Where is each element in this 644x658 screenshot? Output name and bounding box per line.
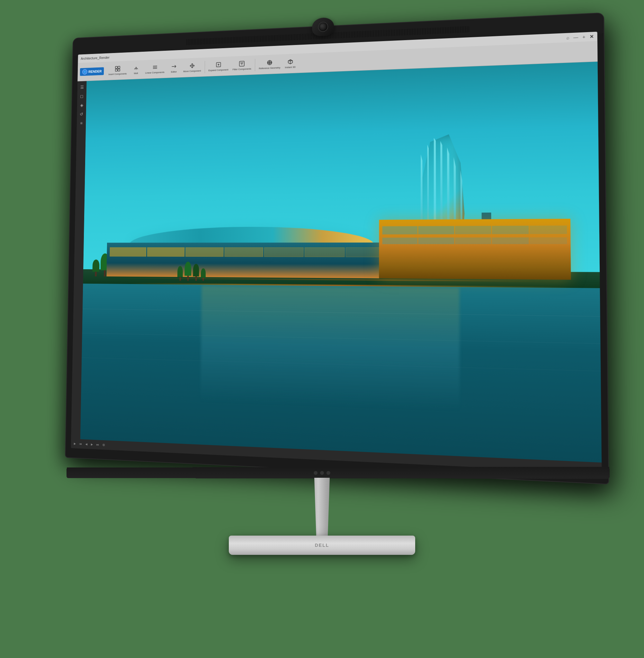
reference-geometry-icon — [266, 59, 273, 66]
move-component-icon — [189, 62, 196, 69]
insert-components-icon — [114, 65, 121, 72]
sidebar-item-materials[interactable]: ◈ — [78, 101, 85, 109]
status-skip-back[interactable]: ⏮ — [79, 442, 82, 446]
monitor-bottom-bezel — [67, 467, 610, 479]
insert-components-label: Insert Components — [109, 72, 127, 76]
move-component-label: Move Component — [183, 69, 201, 73]
title-bar-left: Architecture_Render — [80, 55, 109, 61]
toolbar-insert-components[interactable]: Insert Components — [107, 62, 129, 78]
toolbar-divider-1 — [204, 61, 205, 73]
horiz-window-row-2 — [383, 237, 567, 244]
monitor-btn-3[interactable] — [326, 471, 330, 474]
melt-label: Melt — [134, 72, 138, 75]
horiz-window-row-1 — [383, 226, 567, 235]
status-play[interactable]: ▶ — [74, 442, 76, 445]
status-next[interactable]: ▶ — [91, 443, 93, 446]
render-logo-text: RENDER — [88, 69, 101, 74]
search-button[interactable]: ⌕ — [566, 36, 569, 40]
close-button[interactable]: ✕ — [590, 34, 594, 39]
monitor-stand-base — [229, 536, 415, 555]
toolbar-instant-3d[interactable]: Instant 3D — [283, 55, 298, 72]
svg-rect-1 — [118, 66, 120, 68]
monitor-panel: Architecture_Render ⌕ — + ✕ RENDER — [66, 13, 608, 484]
svg-line-7 — [153, 68, 157, 69]
render-logo[interactable]: RENDER — [80, 67, 104, 76]
expand-component-icon — [215, 61, 222, 68]
editor-label: Editor — [171, 70, 177, 73]
svg-rect-2 — [115, 69, 117, 71]
toolbar-expand-component[interactable]: Expand Component — [207, 58, 230, 75]
monitor-btn-1[interactable] — [314, 471, 318, 475]
toolbar-linear-components[interactable]: Linear Components — [143, 61, 166, 77]
linear-components-icon — [152, 64, 158, 71]
title-bar-controls: ⌕ — + ✕ — [566, 34, 594, 40]
scene-water — [80, 276, 602, 463]
status-indicator — [102, 444, 105, 446]
toolbar-filter-components[interactable]: Filter Components — [231, 57, 253, 74]
monitor-stand-neck — [303, 478, 341, 536]
svg-rect-0 — [115, 67, 117, 69]
reflection-shimmer — [200, 286, 460, 412]
maximize-button[interactable]: + — [582, 35, 585, 40]
webcam — [312, 17, 334, 37]
toolbar-reference-geometry[interactable]: Reference Geometry — [257, 55, 282, 73]
reference-geometry-label: Reference Geometry — [259, 66, 280, 70]
canopy-body — [106, 242, 390, 279]
monitor-wrapper: Architecture_Render ⌕ — + ✕ RENDER — [49, 24, 595, 634]
status-skip-forward[interactable]: ⏭ — [96, 443, 99, 446]
window-title: Architecture_Render — [80, 55, 109, 61]
screen: Architecture_Render ⌕ — + ✕ RENDER — [71, 32, 602, 473]
sidebar-item-history[interactable]: ↺ — [78, 111, 85, 118]
main-scene — [80, 62, 602, 463]
window-row — [110, 248, 386, 257]
svg-line-5 — [153, 67, 157, 68]
toolbar-move-component[interactable]: Move Component — [182, 59, 203, 76]
instant-3d-label: Instant 3D — [285, 66, 296, 69]
sidebar-item-components[interactable]: ◻ — [78, 93, 86, 100]
linear-components-label: Linear Components — [145, 71, 164, 74]
horizontal-building — [379, 219, 571, 280]
toolbar-divider-2 — [255, 59, 255, 71]
monitor-btn-2[interactable] — [320, 471, 324, 475]
status-prev[interactable]: ◀ — [86, 442, 87, 446]
minimize-button[interactable]: — — [573, 35, 578, 40]
svg-line-8 — [172, 67, 176, 67]
filter-components-label: Filter Components — [233, 68, 251, 71]
monitor-control-buttons — [314, 471, 330, 474]
sidebar-item-layers[interactable]: ☰ — [78, 84, 86, 91]
svg-rect-3 — [118, 69, 120, 71]
melt-icon — [133, 65, 139, 71]
sidebar-item-settings[interactable]: ≡ — [78, 119, 85, 127]
editor-icon — [171, 63, 177, 70]
filter-components-icon — [238, 60, 245, 67]
toolbar-editor[interactable]: Editor — [167, 60, 181, 76]
instant-3d-icon — [287, 58, 294, 65]
webcam-lens — [318, 22, 328, 32]
toolbar-melt[interactable]: Melt — [129, 61, 143, 78]
svg-line-6 — [153, 66, 157, 66]
expand-component-label: Expand Component — [208, 68, 228, 72]
main-building-canopy — [106, 226, 406, 279]
render-logo-icon — [82, 69, 87, 74]
